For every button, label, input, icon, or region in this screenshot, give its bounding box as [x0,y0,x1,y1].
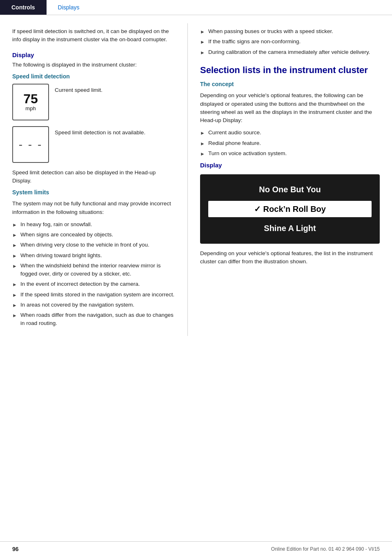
speed-display-row-1: 75 mph Current speed limit. [12,84,175,120]
system-limits-heading: System limits [12,189,175,196]
concept-heading: The concept [200,81,380,87]
concept-text: Depending on your vehicle's optional fea… [200,91,380,125]
list-item: ►In the event of incorrect detection by … [12,280,175,288]
tab-controls[interactable]: Controls [0,0,47,15]
list-item: ►Current audio source. [200,129,380,137]
list-item: ►When passing buses or trucks with a spe… [200,27,380,36]
list-item: ►If the speed limits stored in the navig… [12,291,175,299]
system-bullets-list: ►In heavy fog, rain or snowfall.►When si… [12,220,175,328]
display-intro: The following is displayed in the instru… [12,61,175,69]
list-item: ►If the traffic signs are non-conforming… [200,38,380,46]
right-bullets-list: ►When passing buses or trucks with a spe… [200,27,380,56]
bullet-arrow-icon: ► [12,242,17,249]
display-caption: Depending on your vehicle's optional fea… [200,249,380,266]
footer-text: Online Edition for Part no. 01 40 2 964 … [271,546,380,552]
speed-caption-2: Speed limit detection is not available. [55,126,145,137]
list-item: ►Redial phone feature. [200,139,380,147]
bullet-arrow-icon: ► [12,221,17,229]
speed-caption-1: Current speed limit. [55,84,102,94]
bullet-arrow-icon: ► [12,312,17,319]
music-display: No One But You✓ Rock’n Roll BoyShine A L… [200,174,380,244]
speed-display-row-2: - - - Speed limit detection is not avail… [12,126,175,163]
list-item: ►When signs are concealed by objects. [12,231,175,239]
list-item: ►In areas not covered by the navigation … [12,301,175,309]
main-content: If speed limit detection is switched on,… [0,15,392,360]
intro-text: If speed limit detection is switched on,… [12,27,175,44]
page-number: 96 [12,546,19,552]
left-column: If speed limit detection is switched on,… [0,23,188,336]
bullet-arrow-icon: ► [12,231,17,239]
bullet-arrow-icon: ► [200,28,205,36]
display-heading-left: Display [12,51,175,58]
speed-dashes: - - - [19,138,43,151]
system-limits-intro: The system may not be fully functional a… [12,200,175,216]
display-heading-right: Display [200,162,380,169]
bullet-arrow-icon: ► [200,150,205,158]
tab-displays-label: Displays [58,4,80,11]
bullet-arrow-icon: ► [12,281,17,288]
music-row: ✓ Rock’n Roll Boy [208,201,372,217]
bullet-arrow-icon: ► [200,49,205,56]
list-item: ►In heavy fog, rain or snowfall. [12,220,175,229]
bullet-arrow-icon: ► [12,252,17,260]
bullet-arrow-icon: ► [200,140,205,147]
speed-number: 75 [23,92,38,105]
header-tabs: Controls Displays [0,0,392,15]
music-row: No One But You [208,182,372,198]
tab-displays[interactable]: Displays [47,0,91,15]
list-item: ►When driving very close to the vehicle … [12,241,175,249]
bullet-arrow-icon: ► [12,291,17,299]
footer: 96 Online Edition for Part no. 01 40 2 9… [0,541,392,556]
speed-box-dashes: - - - [12,126,49,163]
list-item: ►When the windshield behind the interior… [12,262,175,278]
speed-limit-subheading: Speed limit detection [12,73,175,80]
speed-unit: mph [25,105,36,111]
list-item: ►When roads differ from the navigation, … [12,311,175,328]
bullet-arrow-icon: ► [200,129,205,137]
list-item: ►Turn on voice activation system. [200,149,380,158]
concept-bullets-list: ►Current audio source.►Redial phone feat… [200,129,380,158]
bullet-arrow-icon: ► [12,262,17,270]
list-item: ►During calibration of the camera immedi… [200,48,380,56]
also-text: Speed limit detection can also be displa… [12,169,175,185]
tab-controls-label: Controls [11,4,35,11]
selection-lists-heading: Selection lists in the instrument cluste… [200,64,380,76]
right-column: ►When passing buses or trucks with a spe… [188,23,392,336]
list-item: ►When driving toward bright lights. [12,251,175,260]
bullet-arrow-icon: ► [200,38,205,46]
bullet-arrow-icon: ► [12,302,17,309]
music-row: Shine A Light [208,220,372,236]
speed-box-75: 75 mph [12,84,49,120]
